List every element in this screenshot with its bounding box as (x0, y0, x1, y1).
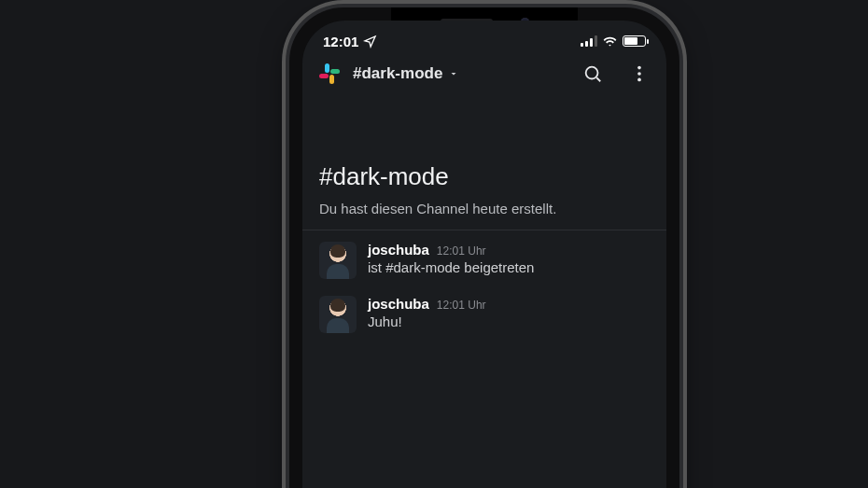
more-icon[interactable] (629, 63, 650, 84)
channel-name: #dark-mode (353, 64, 442, 83)
svg-line-1 (596, 77, 600, 81)
avatar[interactable] (319, 242, 357, 279)
channel-title: #dark-mode (319, 162, 650, 191)
channel-switcher[interactable]: #dark-mode (353, 64, 459, 83)
message-time: 12:01 Uhr (437, 299, 486, 312)
message-row[interactable]: joschuba 12:01 Uhr Juhu! (319, 285, 650, 339)
message-user[interactable]: joschuba (368, 242, 429, 258)
search-icon[interactable] (582, 63, 603, 84)
svg-point-2 (637, 66, 641, 70)
message-text: Juhu! (368, 314, 650, 329)
app-screen: 12:01 #dark-mode (302, 21, 666, 488)
battery-icon (623, 35, 646, 47)
status-bar: 12:01 (302, 21, 666, 56)
phone-frame: 12:01 #dark-mode (289, 7, 679, 488)
location-icon (363, 35, 377, 49)
signal-icon (581, 35, 597, 47)
avatar[interactable] (319, 296, 357, 333)
slack-logo-icon[interactable] (319, 63, 340, 84)
svg-point-0 (586, 67, 598, 79)
message-time: 12:01 Uhr (437, 244, 486, 258)
wifi-icon (603, 35, 617, 49)
svg-point-4 (637, 78, 641, 82)
message-row[interactable]: joschuba 12:01 Uhr ist #dark-mode beiget… (319, 230, 650, 285)
svg-point-3 (637, 72, 641, 76)
channel-subtitle: Du hast diesen Channel heute erstellt. (319, 201, 650, 216)
chevron-down-icon (448, 68, 459, 79)
status-time: 12:01 (323, 34, 358, 49)
app-header: #dark-mode (302, 56, 666, 95)
message-user[interactable]: joschuba (368, 296, 429, 312)
message-text: ist #dark-mode beigetreten (368, 259, 650, 275)
